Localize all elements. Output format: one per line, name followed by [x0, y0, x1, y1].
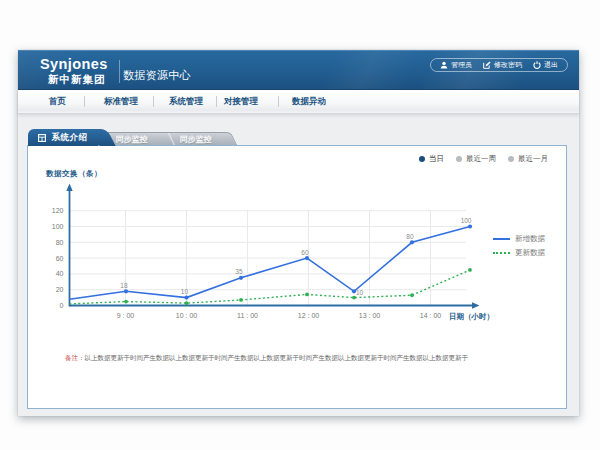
x-tick-label: 13 : 00: [359, 312, 381, 319]
page: Synjones 新中新集团 数据资源中心 管理员 修改密码: [0, 0, 600, 450]
footer-note: 备注：以上数据更新于时间产生数据以上数据更新于时间产生数据以上数据更新于时间产生…: [65, 354, 468, 363]
series-line-1: [70, 270, 471, 304]
nav-item-standard-mgmt[interactable]: 标准管理: [104, 90, 138, 113]
data-point: [410, 293, 414, 297]
nav-separator: [153, 96, 154, 107]
tab-system-intro[interactable]: 系统介绍: [28, 129, 98, 146]
legend-label-new-data: 新增数据: [515, 234, 545, 244]
data-point: [124, 289, 128, 293]
x-tick-label: 9 : 00: [117, 312, 135, 319]
logout-button[interactable]: 退出: [533, 60, 558, 70]
nav-item-home[interactable]: 首页: [49, 90, 66, 113]
brand-logo-en: Synjones: [40, 57, 108, 72]
brand-logo-cn: 新中新集团: [48, 73, 108, 86]
tab-system-intro-label: 系统介绍: [52, 132, 88, 144]
footer-note-prefix: 备注: [65, 354, 78, 361]
window-grid-icon: [38, 134, 46, 142]
user-toolbar: 管理员 修改密码 退出: [430, 58, 568, 72]
page-title: 数据资源中心: [123, 68, 191, 83]
change-password-button[interactable]: 修改密码: [483, 60, 522, 70]
point-label: 10: [181, 288, 189, 295]
chart-panel: 当日 最近一周 最近一月 数据交换（条） 0204060801001209 : …: [27, 145, 567, 409]
logout-label: 退出: [544, 60, 558, 70]
header-divider: [119, 60, 120, 83]
app-header: Synjones 新中新集团 数据资源中心 管理员 修改密码: [18, 50, 579, 90]
chart-legend: 新增数据 更新数据: [493, 232, 545, 260]
legend-line-dotted-green: [493, 252, 510, 254]
app-window: Synjones 新中新集团 数据资源中心 管理员 修改密码: [18, 50, 579, 416]
data-point: [239, 298, 243, 302]
nav-item-data-change[interactable]: 数据异动: [292, 90, 326, 113]
legend-item-update-data[interactable]: 更新数据: [493, 246, 545, 260]
nav-item-system-mgmt[interactable]: 系统管理: [169, 90, 203, 113]
y-tick-label: 40: [56, 270, 64, 277]
change-password-label: 修改密码: [494, 60, 522, 70]
point-label: 80: [406, 233, 414, 240]
y-tick-label: 0: [60, 302, 64, 309]
point-label: 35: [235, 268, 243, 275]
point-label: 18: [120, 282, 128, 289]
x-tick-label: 14 : 00: [420, 312, 442, 319]
y-tick-label: 120: [52, 207, 64, 214]
nav-item-integration-mgmt[interactable]: 对接管理: [224, 90, 258, 113]
data-point: [305, 293, 309, 297]
legend-item-new-data[interactable]: 新增数据: [493, 232, 545, 246]
x-axis-arrow: [472, 302, 480, 308]
y-tick-label: 60: [56, 255, 64, 262]
point-label: 60: [301, 249, 309, 256]
nav-separator: [278, 96, 279, 107]
current-user[interactable]: 管理员: [440, 60, 472, 70]
x-tick-label: 12 : 00: [298, 312, 320, 319]
legend-line-solid-blue: [493, 238, 510, 240]
current-user-label: 管理员: [451, 60, 472, 70]
data-point: [185, 301, 189, 305]
brand-logo[interactable]: Synjones 新中新集团: [40, 57, 108, 86]
edit-icon: [483, 61, 491, 69]
x-tick-label: 10 : 00: [176, 312, 198, 319]
y-tick-label: 20: [56, 286, 64, 293]
data-point: [124, 300, 128, 304]
x-axis-title: 日期（小时）: [449, 312, 494, 322]
main-nav: 首页 标准管理 系统管理 对接管理 数据异动: [18, 90, 579, 114]
x-tick-label: 11 : 00: [237, 312, 258, 319]
point-label: 100: [461, 217, 472, 224]
data-point: [468, 224, 472, 228]
nav-separator: [216, 96, 217, 107]
footer-note-text: 以上数据更新于时间产生数据以上数据更新于时间产生数据以上数据更新于时间产生数据以…: [85, 354, 469, 361]
data-point: [184, 296, 188, 300]
data-point: [305, 256, 309, 260]
data-point: [352, 296, 356, 300]
data-point: [410, 240, 414, 244]
point-label: 10: [356, 289, 364, 296]
data-point: [239, 276, 243, 280]
data-point: [468, 268, 472, 272]
power-icon: [533, 61, 541, 69]
y-axis-arrow: [66, 184, 72, 192]
nav-separator: [84, 96, 85, 107]
y-tick-label: 100: [52, 223, 64, 230]
legend-label-update-data: 更新数据: [515, 248, 545, 258]
user-icon: [440, 61, 448, 69]
y-tick-label: 80: [56, 239, 64, 246]
